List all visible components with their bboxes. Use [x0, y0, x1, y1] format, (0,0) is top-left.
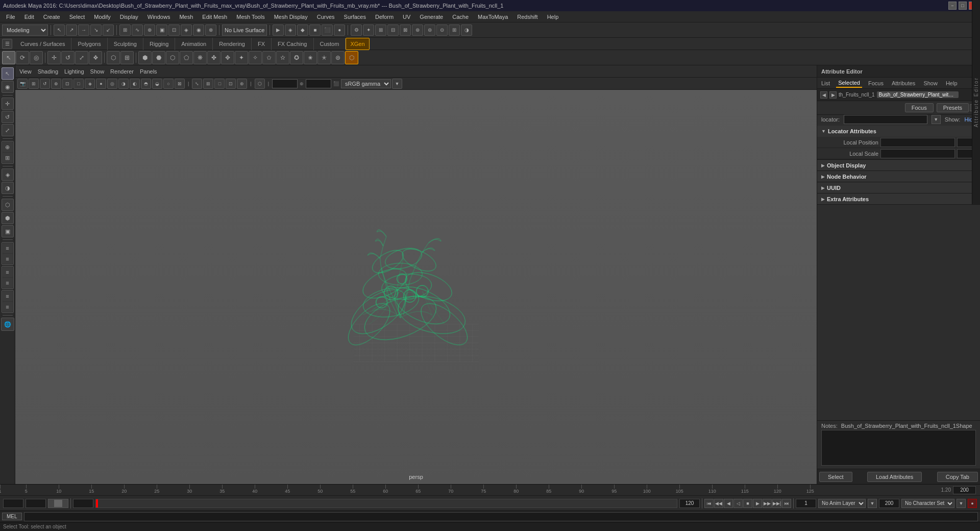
xgen-icon-14[interactable]: ✭	[317, 51, 331, 64]
ae-copy-tab-btn[interactable]: Copy Tab	[937, 472, 978, 482]
tab-xgen[interactable]: XGen	[346, 38, 369, 50]
snap-grid-btn[interactable]: ⊞	[119, 25, 131, 36]
ae-bc-active[interactable]: Bush_of_Strawberry_Plant_with_Fruits_ncl…	[877, 91, 959, 98]
vp-btn-16[interactable]: ⤡	[192, 79, 202, 89]
gamma-select[interactable]: sRGB gamma	[341, 79, 391, 88]
tool-btn-4[interactable]: ↘	[90, 25, 102, 36]
viewport-menu-renderer[interactable]: Renderer	[110, 68, 134, 75]
lt-view1[interactable]: ◈	[2, 168, 14, 181]
mode-select[interactable]: Modeling	[2, 25, 48, 36]
vp-btn-12[interactable]: ◓	[141, 79, 151, 89]
menu-mesh[interactable]: Mesh	[175, 13, 197, 21]
menu-create[interactable]: Create	[39, 13, 64, 21]
translate-x-input[interactable]: 0.00	[272, 79, 298, 88]
menu-maxtomaya[interactable]: MaxToMaya	[474, 13, 512, 21]
vp-btn-17[interactable]: ⊞	[203, 79, 213, 89]
move-tool-btn[interactable]: ✛	[47, 51, 61, 64]
menu-display[interactable]: Display	[116, 13, 142, 21]
tab-curves-surfaces[interactable]: Curves / Surfaces	[14, 38, 71, 50]
range-end-display[interactable]	[679, 499, 700, 508]
paint-select-btn[interactable]: ◎	[30, 51, 43, 64]
menu-file[interactable]: File	[2, 13, 19, 21]
vp-btn-2[interactable]: ⊞	[29, 79, 39, 89]
mel-tab[interactable]: MEL	[2, 513, 22, 520]
vp-btn-15[interactable]: ⊠	[175, 79, 185, 89]
lt-g4-1[interactable]: ≡	[3, 291, 13, 301]
misc-btn-3[interactable]: ⊞	[375, 25, 386, 36]
ae-tab-show[interactable]: Show	[921, 79, 940, 87]
frame-slider[interactable]	[48, 499, 68, 508]
timeline[interactable]: 1510152025303540455055606570758085909510…	[0, 484, 980, 495]
render-btn-3[interactable]: ◆	[297, 25, 308, 36]
minimize-button[interactable]: −	[948, 2, 957, 10]
xgen-icon-6[interactable]: ✤	[207, 51, 220, 64]
timeline-ruler[interactable]: 1510152025303540455055606570758085909510…	[0, 485, 817, 495]
viewport-menu-show[interactable]: Show	[90, 68, 105, 75]
rotate-btn[interactable]: ↺	[2, 111, 14, 123]
menu-curves[interactable]: Curves	[313, 13, 339, 21]
xgen-icon-11[interactable]: ✫	[276, 51, 289, 64]
vp-btn-10[interactable]: ◑	[118, 79, 129, 89]
menu-deform[interactable]: Deform	[371, 13, 398, 21]
vp-btn-14[interactable]: ○	[163, 79, 174, 89]
locator-expand-btn[interactable]: ▼	[932, 115, 941, 124]
viewport-menu-panels[interactable]: Panels	[140, 68, 157, 75]
ae-section-locator-header[interactable]: ▼ Locator Attributes	[817, 126, 980, 137]
lt-g3-1[interactable]: ≡	[3, 267, 13, 277]
xgen-icon-4[interactable]: ⬠	[180, 51, 193, 64]
lt-g2-1[interactable]: ≡	[3, 243, 13, 253]
lt-misc1[interactable]: ⬡	[2, 199, 14, 211]
universal-tool-btn[interactable]: ❖	[89, 51, 102, 64]
ae-locator-input[interactable]: ant_with_Fruits_ncll_1Shape	[844, 115, 927, 124]
tab-polygons[interactable]: Polygons	[71, 38, 107, 50]
show-manip-btn[interactable]: ⊞	[120, 51, 134, 64]
render-btn-5[interactable]: ⬛	[322, 25, 333, 36]
ae-tab-help[interactable]: Help	[944, 79, 960, 87]
render-btn-6[interactable]: ●	[334, 25, 345, 36]
lt-misc3[interactable]: ▣	[2, 225, 14, 237]
timeline-scrubber[interactable]	[95, 499, 677, 508]
vp-btn-20[interactable]: ⊛	[237, 79, 247, 89]
tool-btn-2[interactable]: ↗	[66, 25, 77, 36]
char-set-btn[interactable]: ▼	[957, 499, 966, 508]
stop-btn[interactable]: ■	[743, 499, 752, 508]
scale-btn[interactable]: ⤢	[2, 124, 14, 136]
ae-section-object-display[interactable]: ▶ Object Display	[817, 160, 980, 171]
ae-nav-right[interactable]: ▶	[829, 91, 837, 99]
vp-btn-8[interactable]: ●	[96, 79, 106, 89]
tab-rendering[interactable]: Rendering	[213, 38, 252, 50]
presets-btn[interactable]: Presets	[937, 103, 969, 112]
toggle-icon[interactable]: ☰	[2, 39, 12, 49]
vp-gamma-btn[interactable]: ▼	[392, 79, 402, 89]
misc-btn-2[interactable]: ✦	[363, 25, 374, 36]
snap-surface-btn[interactable]: ▣	[156, 25, 167, 36]
tab-fx-caching[interactable]: FX Caching	[272, 38, 313, 50]
tab-custom[interactable]: Custom	[314, 38, 346, 50]
misc-btn-7[interactable]: ⊜	[424, 25, 435, 36]
ae-tab-list[interactable]: List	[819, 79, 832, 87]
frame-range-start-2[interactable]	[796, 499, 816, 508]
vp-btn-4[interactable]: ⊕	[51, 79, 61, 89]
viewport-menu-lighting[interactable]: Lighting	[64, 68, 84, 75]
next-frame-btn[interactable]: ▶▶	[763, 499, 772, 508]
vp-btn-19[interactable]: ⊡	[226, 79, 236, 89]
soft-mod-btn[interactable]: ⬡	[107, 51, 120, 64]
xgen-icon-10[interactable]: ✩	[262, 51, 276, 64]
xgen-icon-7[interactable]: ✥	[221, 51, 234, 64]
maximize-button[interactable]: □	[959, 2, 967, 10]
misc-btn-5[interactable]: ⊠	[400, 25, 411, 36]
skip-end-btn[interactable]: ⏭	[782, 499, 791, 508]
snap-btn-8[interactable]: ⊗	[205, 25, 216, 36]
misc-btn-6[interactable]: ⊛	[412, 25, 423, 36]
frame-range-end-2[interactable]	[879, 499, 899, 508]
ae-section-uuid[interactable]: ▶ UUID	[817, 182, 980, 194]
translate-y-input[interactable]: 1.00	[306, 79, 331, 88]
select-tool-btn[interactable]: ↖	[2, 51, 15, 64]
lt-g4-2[interactable]: ≡	[3, 302, 13, 312]
tab-fx[interactable]: FX	[252, 38, 272, 50]
lt-g2-2[interactable]: ≡	[3, 254, 13, 264]
tool-btn-1[interactable]: ↖	[54, 25, 65, 36]
xgen-icon-12[interactable]: ✪	[290, 51, 303, 64]
ae-nav-left[interactable]: ◀	[820, 91, 827, 99]
lt-world-btn[interactable]: 🌐	[1, 318, 14, 331]
